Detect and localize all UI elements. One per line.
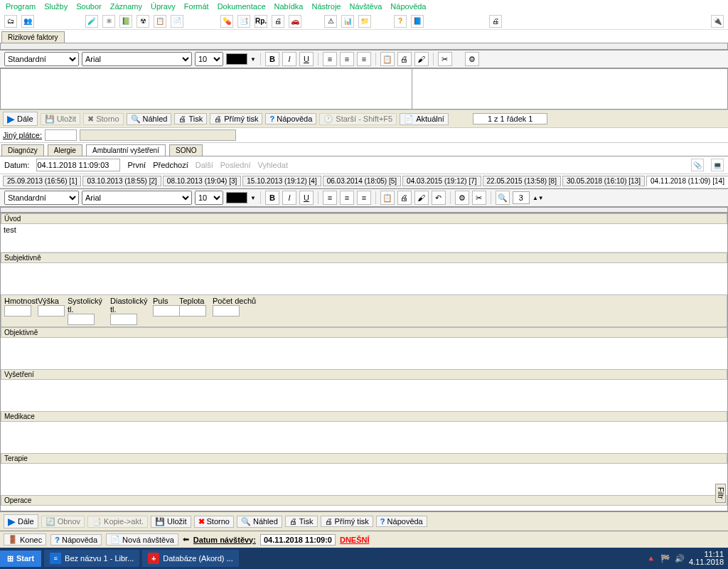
fmt-icon[interactable]: ⚙ [455,191,469,205]
napoveda-button-3[interactable]: ? Nápověda [50,534,102,546]
primytisk-button-2[interactable]: 🖨 Přímý tisk [321,516,373,527]
aktualni-button[interactable]: 📄 Aktuální [400,113,449,125]
tisk-button[interactable]: 🖨 Tisk [174,113,207,124]
align-center-button[interactable]: ≡ [340,52,354,66]
hist-tab[interactable]: 03.10.2013 (18:55) [2] [82,176,161,186]
style-combo[interactable]: Standardní [4,52,79,66]
tray-icon[interactable]: 🔺 [646,554,656,563]
tool-icon[interactable]: 👥 [21,15,34,28]
fmt-icon[interactable]: 📋 [380,191,395,205]
hist-tab[interactable]: 22.05.2015 (13:58) [8] [483,176,561,186]
tool-icon[interactable]: 🧪 [85,15,98,28]
menu-soubor[interactable]: Soubor [76,2,101,11]
font-combo-2[interactable]: Arial [82,191,192,205]
dale-button-2[interactable]: ▶Dále [4,514,38,528]
tab-ambulantni[interactable]: Ambulantní vyšetření [86,144,166,156]
fmt-icon[interactable]: 🔍 [496,191,510,205]
jiny-platce-input1[interactable] [45,129,77,141]
attach-icon[interactable]: 📎 [691,159,704,171]
fmt-icon[interactable]: 🖨 [397,191,412,205]
hist-tab[interactable]: 15.10.2013 (19:12) [4] [242,176,321,186]
menu-program[interactable]: Program [6,2,36,11]
prvni-link[interactable]: První [127,161,146,169]
rp-icon[interactable]: Rp. [255,15,267,28]
align-left-2[interactable]: ≡ [323,191,337,205]
tool-icon[interactable]: 📋 [154,15,166,28]
napoveda-button[interactable]: ? Nápověda [265,113,316,124]
tool-icon[interactable]: 📑 [237,15,250,28]
vital-input[interactable] [68,314,95,325]
filtr-tab[interactable]: Filtr [715,484,726,503]
med-area[interactable] [1,422,727,453]
kopie-button[interactable]: 📑 Kopie->akt. [87,516,148,528]
obnov-button[interactable]: 🔄 Obnov [41,516,85,528]
color-swatch[interactable] [226,53,247,65]
ter-area[interactable] [1,464,727,495]
ulozit-button[interactable]: 💾 Uložit [41,113,81,125]
tab-diagnozy[interactable]: Diagnózy [1,144,44,156]
vital-input[interactable] [38,305,65,317]
primytisk-button[interactable]: 🖨 Přímý tisk [210,113,262,124]
uvod-text[interactable]: test [1,224,727,252]
top-text-area[interactable] [0,68,412,110]
device-icon[interactable]: 💻 [711,159,724,171]
tool-icon[interactable]: 🖨 [272,15,284,28]
starsi-button[interactable]: 🕐 Starší - Shift+F5 [319,113,397,125]
fmt-icon[interactable]: 🖌 [414,191,429,205]
bold-button-2[interactable]: B [265,191,279,205]
tool-icon[interactable]: ⚛ [102,15,115,28]
help-icon[interactable]: ? [394,15,407,28]
vital-input[interactable] [213,305,240,317]
tool-icon[interactable]: 📊 [341,15,354,28]
task-libre[interactable]: ≡Bez názvu 1 - Libr... [44,550,139,567]
fmt-icon[interactable]: 🖌 [414,52,429,66]
hist-tab-active[interactable]: 04.11.2018 (11:09) [14] [646,176,728,186]
tab-alergie[interactable]: Alergie [48,144,82,156]
fmt-icon[interactable]: ✂ [438,52,452,66]
tool-icon[interactable]: 🗂 [4,15,17,28]
menu-format[interactable]: Formát [184,2,209,11]
vital-input[interactable] [110,314,137,325]
print-icon[interactable]: 🖨 [489,15,502,28]
hist-tab[interactable]: 08.10.2013 (19:04) [3] [163,176,241,186]
datum-input[interactable] [36,159,120,171]
sound-icon[interactable]: 🔊 [675,554,685,563]
font-combo[interactable]: Arial [82,52,192,66]
storno-button[interactable]: ✖ Storno [83,113,123,125]
slider-bar[interactable] [0,43,728,50]
underline-button-2[interactable]: U [299,191,314,205]
tool-icon[interactable]: 🔌 [711,15,724,28]
tool-icon[interactable]: 📘 [411,15,424,28]
italic-button[interactable]: I [282,52,296,66]
nova-button[interactable]: 📄 Nová návštěva [106,533,178,546]
tool-icon[interactable]: ☢ [136,15,149,28]
hist-tab[interactable]: 25.09.2013 (16:56) [1] [3,176,81,186]
tool-icon[interactable]: 📄 [171,15,183,28]
size-combo-2[interactable]: 10 [195,191,223,205]
obj-area[interactable] [1,338,727,369]
undo-icon[interactable]: ↶ [432,191,446,205]
num-input[interactable] [513,191,530,204]
vital-input[interactable] [153,305,180,317]
tool-icon[interactable]: 📗 [119,15,132,28]
back-icon[interactable]: ⬅ [183,535,189,544]
hist-tab[interactable]: 30.05.2018 (16:10) [13] [562,176,645,186]
storno-button-2[interactable]: ✖ Storno [194,516,234,528]
menu-dokumentace[interactable]: Dokumentace [218,2,266,11]
fmt-icon[interactable]: 🖨 [397,52,412,66]
nahled-button-2[interactable]: 🔍 Náhled [237,516,282,528]
menu-nastroje[interactable]: Nástroje [312,2,341,11]
menu-nabidka[interactable]: Nabídka [274,2,304,11]
dale-button[interactable]: ▶Dále [3,112,38,126]
fmt-icon[interactable]: 📋 [380,52,395,66]
italic-button-2[interactable]: I [282,191,296,205]
align-center-2[interactable]: ≡ [340,191,354,205]
fmt-icon[interactable]: ⚙ [465,52,479,66]
konec-button[interactable]: 🚪 Konec [4,533,46,546]
style-combo-2[interactable]: Standardní [4,191,79,205]
menu-sluzby[interactable]: Služby [44,2,68,11]
tool-icon[interactable]: 📁 [358,15,371,28]
task-akord[interactable]: +Databáze (Akord) ... [142,550,238,567]
nahled-button[interactable]: 🔍 Náhled [127,113,172,125]
tisk-button-2[interactable]: 🖨 Tisk [285,516,318,527]
